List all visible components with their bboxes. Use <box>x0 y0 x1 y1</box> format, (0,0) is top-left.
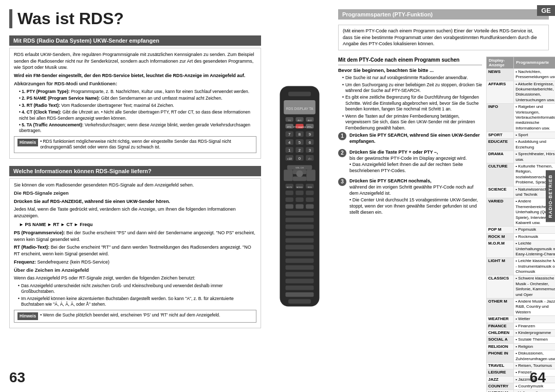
svg-text:6: 6 <box>309 140 311 144</box>
pty-table-container: Display-Anzeige Programmsparte NEWS• Nac… <box>486 57 555 392</box>
section-box-welche: Sie können die vom Radiosender gesendete… <box>9 178 261 328</box>
table-cell-display: EDUCATE <box>487 139 514 151</box>
ueber-text: Wenn das Anzeigefeld PS oder RT-Signale … <box>14 275 256 282</box>
table-cell-display: POP M <box>487 227 514 233</box>
table-cell-display: NEWS <box>487 68 514 81</box>
svg-rect-66 <box>286 238 314 242</box>
ueber-bullet-2: Im Anzeigefeld können keine akzentuierte… <box>18 296 256 308</box>
step-number-2: 2 <box>338 149 346 157</box>
table-row: DRAMA• Sprechtheater, Hörspiele usw. <box>487 151 556 163</box>
step-1: 1 Drücken Sie PTY SEARCH, während Sie ei… <box>338 132 482 144</box>
svg-rect-54 <box>295 191 303 195</box>
die-rds-text: Jedes Mal, wenn die Taste gedrückt wird,… <box>14 206 256 219</box>
left-panel: Was ist RDS? Mit RDS (Radio Data System)… <box>9 9 261 383</box>
table-cell-display: RELIGION <box>487 343 514 350</box>
page-title: Was ist RDS? <box>9 9 261 28</box>
svg-text:PTY+: PTY+ <box>307 126 312 128</box>
abk-5: 5. TA (Traffic Announcement): Verkehrsdu… <box>19 122 256 134</box>
table-row: NEWS• Nachrichten, Pressemeldungen usw. <box>487 68 556 81</box>
table-cell-display: TRAVEL <box>487 362 514 369</box>
table-cell-display: COUNTRY <box>487 383 514 390</box>
die-rds-header: Die RDS-Signale zeigen <box>14 190 256 196</box>
svg-text:AV1: AV1 <box>298 119 302 121</box>
table-row: CULTURE• Kulturelle Themen, Religion, so… <box>487 163 556 186</box>
table-cell-sparte: • Diskussionen, Zuhörerumfragen usw. <box>514 350 555 363</box>
table-row: POP M• Popmusik <box>487 227 556 233</box>
table-cell-sparte: • Leichte Unterhaltungsmusik mit Easy-Li… <box>514 240 555 258</box>
svg-text:5: 5 <box>299 140 301 144</box>
die-rds-bold: Drücken Sie auf RDS-ANZEIGE, während Sie… <box>14 198 256 205</box>
hinweis-text-1: • RDS funktioniert möglicherweise nicht … <box>40 139 253 151</box>
svg-text:2: 2 <box>299 148 301 153</box>
table-cell-display: JAZZ <box>487 376 514 383</box>
table-row: CHILDREN• Kinderprogramme <box>487 329 556 336</box>
svg-text:AV2: AV2 <box>308 119 312 121</box>
table-cell-display: FINANCE <box>487 323 514 329</box>
hinweis-label-2: Hinweis <box>17 312 38 320</box>
table-row: AFFAIRS• Aktuelle Ereignisse, Dokumentar… <box>487 81 556 104</box>
table-cell-sparte: • Aktuelle Ereignisse, Dokumentarbericht… <box>514 81 555 104</box>
search-section-header: Mit dem PTY-Code nach einem Programm suc… <box>338 57 482 65</box>
svg-rect-61 <box>306 204 313 209</box>
svg-text:7: 7 <box>288 132 290 137</box>
abkuerzungen-header: Abkürzungen für RDS-Modi und Funktionen: <box>14 80 256 87</box>
table-cell-sparte: • Finanzen <box>514 323 555 329</box>
table-cell-display: INFO <box>487 104 514 132</box>
table-cell-display: LIGHT M <box>487 258 514 275</box>
hinweis-box-2: Hinweis • Wenn die Suche plötzlich beend… <box>14 310 256 323</box>
svg-text:+10: +10 <box>287 157 292 160</box>
svg-text:MUTE: MUTE <box>287 186 292 188</box>
table-cell-display: CHILDREN <box>487 329 514 336</box>
svg-rect-64 <box>286 225 314 229</box>
table-cell-sparte: • Religion <box>514 343 555 350</box>
table-row: SPORT• Sport <box>487 132 556 139</box>
frequenz-text: Frequenz: Sendefrequenz (kein RDS-Servic… <box>14 259 256 266</box>
abk-3: 3. RT (Radio Text): Vom Radiosender über… <box>19 103 256 108</box>
svg-text:TV: TV <box>288 119 291 121</box>
svg-text:VOL    CH: VOL CH <box>295 166 304 169</box>
table-row: LIGHT M• Leichte klassische Musik - Inst… <box>487 258 556 275</box>
ueber-header: Über die Zeichen im Anzeigefeld <box>14 267 256 273</box>
section-header-welche: Welche Informationen können RDS-Signale … <box>9 166 261 176</box>
svg-text:-/--: -/-- <box>308 157 311 160</box>
section-welche: Welche Informationen können RDS-Signale … <box>9 166 261 331</box>
bevor-bullet-1: Die Suche ist nur auf vorabgestimmte Rad… <box>342 75 482 81</box>
step-number-1: 1 <box>338 132 346 140</box>
table-cell-display: ROCK M <box>487 233 514 240</box>
svg-rect-56 <box>286 197 293 202</box>
ueber-bullet-1: Das Anzeigefeld unterscheidet nicht zwis… <box>18 283 256 295</box>
remote-area: RDS DISPLAY TA TV AV1 AV2 PTY- PTY SEARC… <box>266 9 333 383</box>
svg-rect-43 <box>306 170 316 181</box>
remote-svg: RDS DISPLAY TA TV AV1 AV2 PTY- PTY SEARC… <box>271 83 328 309</box>
table-cell-sparte: • Sprechtheater, Hörspiele usw. <box>514 151 555 163</box>
ps-text: PS (Programmservice): Bei der Suche ersc… <box>14 230 256 242</box>
svg-text:0: 0 <box>299 156 301 160</box>
svg-rect-72 <box>286 278 314 283</box>
table-row: ROCK M• Rockmusik <box>487 233 556 240</box>
step-3: 3 Drücken Sie PTY SEARCH nochmals, währe… <box>338 178 482 215</box>
svg-text:9: 9 <box>309 132 311 137</box>
table-cell-display: WEATHER <box>487 316 514 323</box>
rt-text: RT (Radio-Text): Bei der Suche erscheint… <box>14 244 256 257</box>
table-cell-display: SPORT <box>487 132 514 139</box>
table-cell-display: SOCIAL A <box>487 337 514 343</box>
abk-1: 1. PTY (Program Type): Programmsparte, z… <box>19 89 256 95</box>
svg-text:4: 4 <box>288 140 291 144</box>
table-cell-display: VARIED <box>487 198 514 227</box>
svg-rect-42 <box>284 170 293 181</box>
table-row: EDUCATE• Ausbildung und Erziehung <box>487 139 556 151</box>
abk-2: 2. PS NAME (Program Service Name): Gibt … <box>19 96 256 101</box>
table-cell-sparte: • Rockmusik <box>514 233 555 240</box>
step-2: 2 Drücken Sie die Taste PTY + oder PTY –… <box>338 149 482 174</box>
svg-rect-71 <box>286 272 314 276</box>
bevor-header: Bevor Sie beginnen, beachten Sie bitte .… <box>338 67 482 73</box>
table-cell-sparte: • Schwere klassische Musik - Orchester, … <box>514 275 555 298</box>
svg-rect-45 <box>293 176 306 181</box>
table-cell-display: M.O.R.M <box>487 240 514 258</box>
pty-instruction: (Mit einem PTY-Code nach einem Programm … <box>338 25 549 50</box>
hinweis-label-1: Hinweis <box>17 139 38 146</box>
pty-steps: Mit dem PTY-Code nach einem Programm suc… <box>338 57 482 392</box>
table-cell-sparte: • Sport <box>514 132 555 139</box>
table-cell-sparte: • Soziale Themen <box>514 337 555 343</box>
step-text-1: Drücken Sie PTY SEARCH, während Sie eine… <box>349 132 482 144</box>
